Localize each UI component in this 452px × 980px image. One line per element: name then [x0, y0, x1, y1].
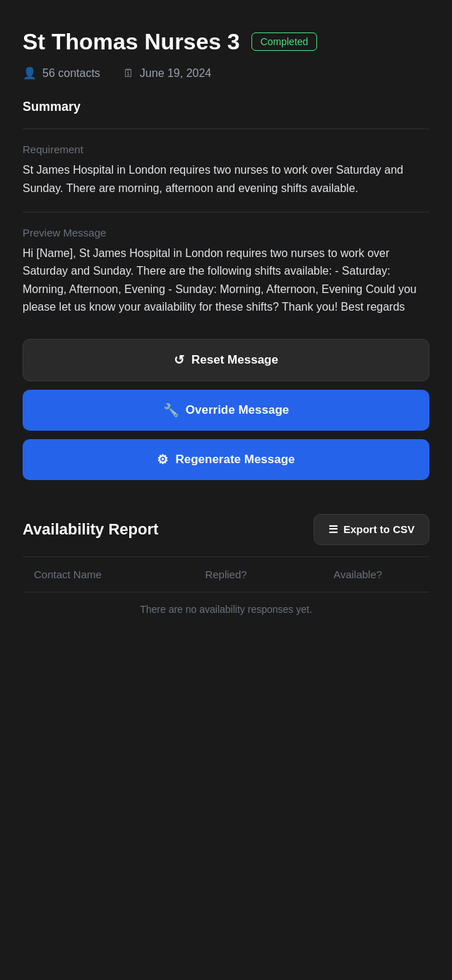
requirement-label: Requirement: [23, 143, 429, 155]
export-label: Export to CSV: [343, 523, 415, 535]
export-icon: ☰: [328, 523, 338, 536]
contacts-icon: 👤: [23, 66, 37, 80]
reset-icon: ↺: [174, 352, 184, 368]
buttons-section: ↺ Reset Message 🔧 Override Message ⚙ Reg…: [23, 339, 429, 480]
table-header: Contact Name Replied? Available?: [23, 556, 429, 592]
col-header-contact: Contact Name: [28, 568, 160, 580]
date-label: June 19, 2024: [140, 67, 211, 80]
divider-2: [23, 212, 429, 213]
regenerate-label: Regenerate Message: [175, 453, 295, 467]
calendar-icon: 🗓: [123, 67, 134, 80]
preview-text: Hi [Name], St James Hospital in London r…: [23, 244, 429, 316]
reset-message-button[interactable]: ↺ Reset Message: [23, 339, 429, 381]
date-meta: 🗓 June 19, 2024: [123, 67, 211, 80]
override-label: Override Message: [186, 403, 289, 417]
title-row: St Thomas Nurses 3 Completed: [23, 28, 429, 55]
table-empty-hint: There are no availability responses yet.: [23, 592, 429, 626]
gear-icon: ⚙: [157, 452, 168, 467]
status-badge: Completed: [251, 32, 318, 51]
regenerate-message-button[interactable]: ⚙ Regenerate Message: [23, 439, 429, 480]
override-message-button[interactable]: 🔧 Override Message: [23, 390, 429, 431]
availability-section: Availability Report ☰ Export to CSV Cont…: [23, 514, 429, 626]
requirement-text: St James Hospital in London requires two…: [23, 161, 429, 197]
contacts-label: 56 contacts: [42, 67, 100, 80]
availability-header: Availability Report ☰ Export to CSV: [23, 514, 429, 545]
divider-1: [23, 129, 429, 129]
availability-title: Availability Report: [23, 520, 158, 539]
contacts-meta: 👤 56 contacts: [23, 66, 100, 80]
reset-label: Reset Message: [191, 353, 278, 367]
meta-row: 👤 56 contacts 🗓 June 19, 2024: [23, 66, 429, 80]
summary-title: Summary: [23, 100, 429, 114]
preview-label: Preview Message: [23, 227, 429, 239]
page-title: St Thomas Nurses 3: [23, 28, 240, 55]
col-header-replied: Replied?: [160, 568, 292, 580]
wrench-icon: 🔧: [163, 402, 179, 418]
summary-section: Summary Requirement St James Hospital in…: [23, 100, 429, 316]
header-section: St Thomas Nurses 3 Completed 👤 56 contac…: [23, 28, 429, 80]
export-csv-button[interactable]: ☰ Export to CSV: [314, 514, 429, 545]
col-header-available: Available?: [292, 568, 424, 580]
